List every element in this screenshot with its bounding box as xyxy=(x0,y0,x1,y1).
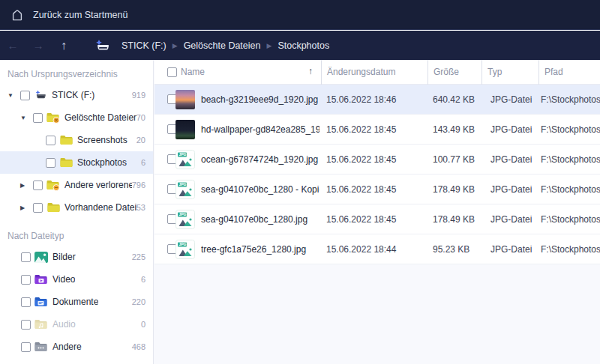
filetype-label: Video xyxy=(52,274,75,285)
other-files-icon xyxy=(34,341,48,353)
column-header-name[interactable]: Name xyxy=(181,67,205,77)
checkbox[interactable] xyxy=(21,320,31,330)
file-modified-date: 15.06.2022 18:45 xyxy=(326,145,396,175)
sidebar-filetype-item[interactable]: Video 6 xyxy=(0,268,153,291)
file-size: 178.49 KB xyxy=(433,204,475,234)
breadcrumb-item-deleted-files[interactable]: Gelöschte Dateien xyxy=(179,40,266,51)
checkbox[interactable] xyxy=(33,113,43,123)
sidebar-tree-item[interactable]: Stockphotos 6 xyxy=(0,151,153,174)
table-header: Name ↑ Änderungsdatum Größe Typ Pfad xyxy=(154,60,600,85)
svg-text:JPG: JPG xyxy=(179,242,187,246)
tree-item-count: 53 xyxy=(136,203,153,212)
usb-drive-icon xyxy=(94,39,111,52)
breadcrumb-separator-icon: ▶ xyxy=(171,42,179,49)
section-label-by-file-type: Nach Dateityp xyxy=(0,219,153,246)
checkbox[interactable] xyxy=(20,91,30,100)
expand-arrow-icon[interactable]: ▶ xyxy=(20,182,33,189)
documents-icon xyxy=(34,296,48,308)
sidebar-filetype-item[interactable]: Dokumente 220 xyxy=(0,291,153,313)
forward-arrow-icon[interactable]: → xyxy=(26,39,51,52)
sidebar-tree-item[interactable]: ▶ xyxy=(0,196,153,219)
file-row[interactable]: JPG sea-g04107e0bc_1280 - Kopie.jpg 15.0… xyxy=(154,175,600,204)
file-name: tree-gfc1a75e26_1280.jpg xyxy=(201,234,306,264)
file-size: 100.77 KB xyxy=(433,145,475,175)
audio-icon xyxy=(34,318,48,330)
file-modified-date: 15.06.2022 18:45 xyxy=(326,115,396,145)
file-modified-date: 15.06.2022 18:45 xyxy=(326,204,396,234)
sidebar-filetype-item[interactable]: Bilder 225 xyxy=(0,246,153,268)
column-header-size[interactable]: Größe xyxy=(428,60,482,85)
filetype-count: 6 xyxy=(141,275,153,284)
checkbox[interactable] xyxy=(46,136,56,145)
file-name: hd-wallpaper-gd842ea285_1920.j... xyxy=(201,115,320,145)
sidebar: Nach Ursprungsverzeichnis ▼ xyxy=(0,60,154,364)
file-path: F:\Stockphotos xyxy=(541,145,600,175)
sidebar-tree-item[interactable]: ▼ xyxy=(0,106,153,129)
file-row[interactable]: JPG tree-gfc1a75e26_1280.jpg 15.06.2022 … xyxy=(154,234,600,264)
checkbox[interactable] xyxy=(33,203,43,213)
checkbox[interactable] xyxy=(33,181,43,190)
file-row[interactable]: JPG ocean-g67874724b_1920.jpg 15.06.2022… xyxy=(154,145,600,175)
filetype-count: 225 xyxy=(132,252,153,261)
breadcrumb-separator-icon: ▶ xyxy=(265,42,273,49)
jpg-file-icon: JPG xyxy=(176,210,195,229)
tree-item-count: 796 xyxy=(132,181,153,189)
beach-photo-thumbnail xyxy=(176,90,195,109)
column-header-modified-date[interactable]: Änderungsdatum xyxy=(321,60,428,85)
sidebar-filetype-item[interactable]: Andere 468 xyxy=(0,336,153,358)
tree-item-label: Gelöschte Dateien xyxy=(64,112,136,123)
file-row[interactable]: JPG hd-wallpaper-gd842ea285_1920.j... 15… xyxy=(154,115,600,145)
checkbox[interactable] xyxy=(46,158,56,168)
expand-arrow-icon[interactable]: ▼ xyxy=(20,115,33,121)
checkbox[interactable] xyxy=(21,342,31,352)
expand-arrow-icon[interactable]: ▼ xyxy=(8,92,20,99)
column-header-path[interactable]: Pfad xyxy=(538,60,600,85)
breadcrumb-item-drive[interactable]: STICK (F:) xyxy=(117,40,171,51)
file-size: 95.23 KB xyxy=(433,234,470,264)
back-to-home-button[interactable]: Zurück zum Startmenü xyxy=(0,0,138,29)
sidebar-tree-item[interactable]: ▶ xyxy=(0,174,153,196)
file-path: F:\Stockphotos xyxy=(541,234,600,264)
sidebar-filetype-item[interactable]: Audio 0 xyxy=(0,313,153,336)
svg-text:JPG: JPG xyxy=(179,182,187,186)
file-modified-date: 15.06.2022 18:46 xyxy=(326,85,396,115)
breadcrumb-item-stockphotos[interactable]: Stockphotos xyxy=(273,40,334,51)
expand-arrow-icon[interactable]: ▶ xyxy=(20,204,33,211)
file-row[interactable]: JPG sea-g04107e0bc_1280.jpg 15.06.2022 1… xyxy=(154,204,600,234)
filetype-label: Dokumente xyxy=(52,297,98,307)
file-type: JPG-Datei xyxy=(490,85,532,115)
checkbox[interactable] xyxy=(21,252,31,262)
checkbox[interactable] xyxy=(21,297,31,307)
tree-item-label: STICK (F:) xyxy=(52,90,94,100)
filetype-label: Andere xyxy=(52,342,82,352)
file-path: F:\Stockphotos xyxy=(541,115,600,145)
deleted-folder-icon xyxy=(46,112,60,124)
data-recovery-app-window: Zurück zum Startmenü ← → ↑ STICK (F:) ▶ … xyxy=(0,0,600,364)
sidebar-tree-item[interactable]: Screenshots 20 xyxy=(0,129,153,151)
file-path: F:\Stockphotos xyxy=(541,175,600,204)
tree-item-count: 6 xyxy=(141,158,153,167)
file-name: ocean-g67874724b_1920.jpg xyxy=(201,145,318,175)
file-list-panel: Name ↑ Änderungsdatum Größe Typ Pfad JPG xyxy=(154,60,600,364)
video-icon xyxy=(34,273,48,285)
sidebar-tree-item[interactable]: ▼ xyxy=(0,84,153,106)
file-path: F:\Stockphotos xyxy=(541,85,600,115)
title-bar: Zurück zum Startmenü xyxy=(0,0,600,30)
sort-ascending-icon[interactable]: ↑ xyxy=(308,66,313,76)
file-size: 143.49 KB xyxy=(433,115,475,145)
checkbox[interactable] xyxy=(21,275,31,285)
folder-icon xyxy=(46,201,60,213)
folder-icon xyxy=(59,134,73,146)
tree-item-label: Vorhandene Dateien xyxy=(64,202,136,213)
file-modified-date: 15.06.2022 18:45 xyxy=(326,175,396,204)
filetype-count: 0 xyxy=(141,320,153,329)
back-arrow-icon[interactable]: ← xyxy=(0,39,26,52)
file-type: JPG-Datei xyxy=(490,234,532,264)
usb-drive-icon xyxy=(34,89,47,101)
column-header-type[interactable]: Typ xyxy=(482,60,538,85)
jpg-file-icon: JPG xyxy=(176,150,195,169)
file-type: JPG-Datei xyxy=(490,145,532,175)
file-row[interactable]: JPG beach-g3219eee9d_1920.jpg 15.06.2022… xyxy=(154,85,600,115)
select-all-checkbox[interactable] xyxy=(167,67,177,77)
up-arrow-icon[interactable]: ↑ xyxy=(51,39,76,52)
